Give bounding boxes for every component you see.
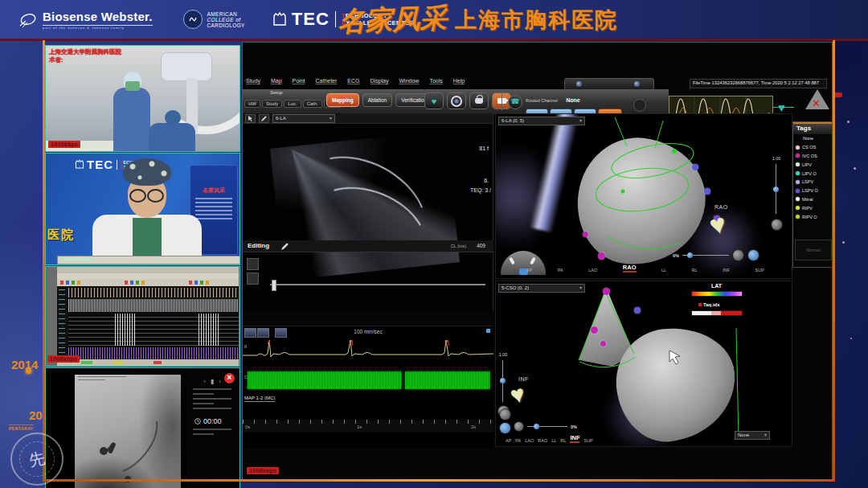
map2-opacity-knob[interactable] bbox=[514, 421, 524, 432]
tag-item-lspv-o[interactable]: LSPV O bbox=[793, 187, 832, 195]
bag-icon bbox=[475, 98, 483, 104]
catheter-heart-button[interactable]: ♥ bbox=[424, 92, 444, 109]
tag-item-ivc-os[interactable]: IVC OS bbox=[793, 152, 832, 161]
orientation-pa-button[interactable]: PA bbox=[515, 438, 521, 443]
map1-select[interactable]: 6-LA (0, 5) ▾ bbox=[498, 117, 585, 125]
orientation-inf-button[interactable]: INF bbox=[723, 268, 730, 273]
orientation-inf-button[interactable]: INF bbox=[570, 434, 579, 443]
tag-item-cs-os[interactable]: CS OS bbox=[793, 143, 832, 152]
taq-index-colorbar bbox=[691, 310, 743, 316]
header-divider bbox=[0, 39, 868, 41]
select-tool-button[interactable] bbox=[245, 114, 256, 123]
orientation-lao-button[interactable]: LAO bbox=[588, 268, 597, 273]
map1-round-button-1[interactable] bbox=[732, 249, 744, 261]
setup-loc-button[interactable]: Loc. bbox=[284, 100, 301, 108]
phone-button[interactable]: ☎ bbox=[508, 95, 522, 109]
map2-tag-filter-value: None bbox=[738, 432, 749, 439]
orientation-rl-button[interactable]: RL bbox=[692, 268, 698, 273]
orientation-ap-button[interactable]: AP bbox=[506, 438, 511, 443]
tick-1s: 1s bbox=[357, 424, 362, 429]
tags-footer-box[interactable]: Normal bbox=[795, 240, 832, 260]
fluoro-timer: 00:00 bbox=[194, 417, 238, 425]
orientation-ll-button[interactable]: LL bbox=[661, 268, 666, 273]
setup-cath-button[interactable]: Cath. bbox=[303, 100, 322, 108]
map2-round-button-1[interactable] bbox=[499, 408, 511, 420]
tag-item-none[interactable]: None bbox=[793, 134, 832, 143]
menu-item-catheter[interactable]: Catheter bbox=[316, 78, 338, 88]
orientation-ap-button[interactable]: AP bbox=[526, 268, 532, 273]
draw-tool-button[interactable] bbox=[259, 114, 269, 123]
orientation-sup-button[interactable]: SUP bbox=[583, 438, 592, 443]
warning-x-mark: ✕ bbox=[812, 97, 821, 109]
ep-bitrate-badge: 1006kbps bbox=[47, 355, 80, 363]
tag-item-mitral[interactable]: Mitral bbox=[793, 195, 832, 204]
orientation-rao-button[interactable]: RAO bbox=[538, 438, 547, 443]
timeline-year-partial: 20 bbox=[29, 408, 43, 422]
menu-item-display[interactable]: Display bbox=[371, 78, 389, 88]
filetime-status: FileTime 132436232668876677, Time 2020 5… bbox=[690, 79, 827, 88]
orientation-sup-button[interactable]: SUP bbox=[755, 268, 764, 273]
carto-menu-bar: StudyMapPointCatheterECGDisplayWindowToo… bbox=[246, 78, 465, 88]
ep-trace-yellow bbox=[68, 288, 239, 297]
map2-zoom-control: 1.00 bbox=[497, 352, 509, 357]
clip-button-2[interactable] bbox=[247, 273, 259, 285]
pencil-icon[interactable] bbox=[281, 243, 289, 250]
map2-tag-filter-select[interactable]: None ▾ bbox=[735, 431, 770, 440]
close-button[interactable]: × bbox=[224, 373, 235, 383]
orientation-rl-button[interactable]: RL bbox=[560, 438, 566, 443]
acc-line1: AMERICAN bbox=[207, 11, 245, 17]
speaker-glasses-right bbox=[147, 189, 164, 203]
clip-slider-thumb[interactable] bbox=[272, 280, 276, 291]
setup-hw-button[interactable]: HW bbox=[244, 100, 260, 108]
clip-button-1[interactable] bbox=[247, 258, 259, 270]
ablation-mode-button[interactable]: Ablation bbox=[362, 93, 393, 107]
tag-item-ripv-o[interactable]: RIPV O bbox=[793, 212, 832, 221]
map1-round-button-2[interactable] bbox=[747, 249, 760, 261]
tag-item-lipv-o[interactable]: LIPV O bbox=[793, 169, 832, 178]
map2-select[interactable]: 5-CSO (0, 2) ▾ bbox=[498, 284, 585, 293]
navigation-globe-button[interactable] bbox=[447, 92, 466, 109]
orientation-ll-button[interactable]: LL bbox=[551, 438, 556, 443]
map1-opacity-slider[interactable] bbox=[682, 255, 729, 256]
menu-item-window[interactable]: Window bbox=[399, 78, 419, 88]
surgeon-standing bbox=[113, 88, 150, 152]
map2-round-button-2[interactable] bbox=[499, 422, 511, 434]
menu-item-point[interactable]: Point bbox=[293, 78, 305, 88]
cycle-length-value: 409 bbox=[477, 243, 485, 248]
orientation-rao-button[interactable]: RAO bbox=[623, 264, 637, 273]
cs-signal-band-1 bbox=[248, 371, 402, 389]
speaker-glasses bbox=[129, 189, 146, 203]
map1-opacity-thumb[interactable] bbox=[687, 252, 693, 258]
time-ruler[interactable] bbox=[243, 420, 493, 433]
carto-bitrate-badge: 1006kbps bbox=[247, 467, 279, 474]
frame-border-right bbox=[833, 40, 835, 482]
map1-zoom-reset-button[interactable] bbox=[771, 219, 783, 231]
orientation-lao-button[interactable]: LAO bbox=[525, 438, 534, 443]
map2-opacity-slider[interactable] bbox=[527, 426, 567, 427]
clip-timeline-slider[interactable] bbox=[270, 284, 485, 285]
menu-item-ecg[interactable]: ECG bbox=[347, 78, 359, 88]
tag-item-ripv[interactable]: RIPV bbox=[793, 203, 832, 212]
map1-select-value: 6-LA (0, 5) bbox=[502, 117, 524, 125]
tag-dot-magenta-2 bbox=[583, 232, 588, 237]
ice-map-select[interactable]: 6-LA ▾ bbox=[272, 114, 335, 123]
map1-orientation-row: APPALAORAOLLRLINFSUP bbox=[526, 264, 764, 273]
tag-item-lspv[interactable]: LSPV bbox=[793, 178, 832, 187]
menu-item-tools[interactable]: Tools bbox=[429, 78, 442, 88]
feed-fluoroscopy: ‹▮› 00:00 × 1006kbps bbox=[45, 367, 240, 488]
map-viewport-cso: 5-CSO (0, 2) ▾ LAT Taq.idx 1.00 INF ♥ bbox=[495, 281, 792, 447]
case-bag-button[interactable] bbox=[469, 92, 489, 109]
map1-zoom-thumb[interactable] bbox=[773, 187, 779, 192]
menu-item-study[interactable]: Study bbox=[246, 78, 260, 88]
channel-knob[interactable] bbox=[633, 99, 646, 112]
orientation-pa-button[interactable]: PA bbox=[558, 268, 563, 273]
menu-item-map[interactable]: Map bbox=[271, 78, 282, 88]
setup-study-button[interactable]: Study bbox=[262, 100, 282, 108]
tag-dot-magenta-top bbox=[603, 288, 610, 295]
map2-opacity-thumb[interactable] bbox=[534, 424, 539, 429]
tec-logo-icon bbox=[75, 159, 84, 170]
map2-zoom-thumb[interactable] bbox=[500, 378, 506, 383]
menu-item-help[interactable]: Help bbox=[453, 78, 465, 88]
mapping-mode-button[interactable]: Mapping bbox=[326, 93, 359, 107]
tag-item-lipv[interactable]: LIPV bbox=[793, 160, 832, 169]
